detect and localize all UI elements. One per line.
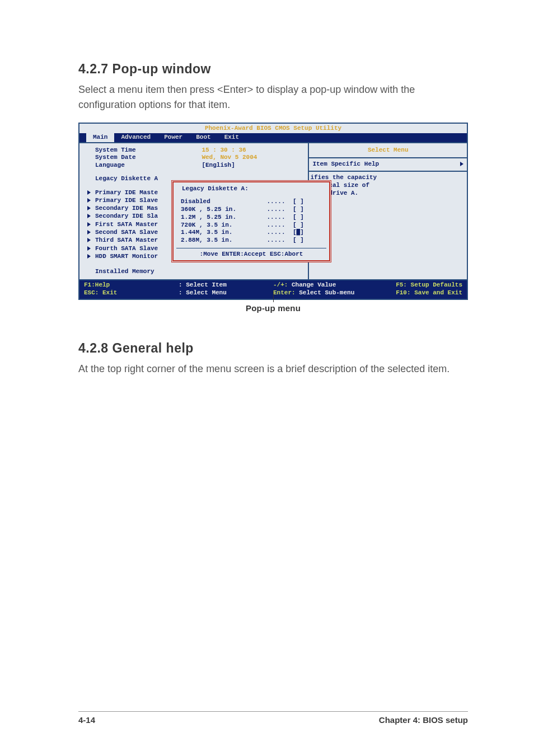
system-time-value: 15 : 30 : 36 — [202, 147, 302, 154]
section-4-2-8-paragraph: At the top right corner of the menu scre… — [78, 361, 468, 377]
tab-boot[interactable]: Boot — [189, 133, 217, 142]
installed-memory[interactable]: Installed Memory — [79, 268, 308, 276]
opt-label: 720K , 3.5 in. — [181, 222, 259, 229]
bios-menubar[interactable]: Main Advanced Power Boot Exit — [79, 133, 467, 142]
system-time-label: System Time — [95, 147, 202, 154]
footer-select-item: : Select Item — [179, 281, 273, 289]
opt-dots: ..... — [259, 237, 293, 245]
section-4-2-7-heading: 4.2.7 Pop-up window — [78, 62, 468, 77]
popup-option-disabled[interactable]: Disabled ..... [ ] — [181, 198, 324, 206]
footer-f1-help: F1:Help — [84, 281, 179, 289]
section-4-2-7-paragraph: Select a menu item then press <Enter> to… — [78, 82, 468, 112]
opt-label: Disabled — [181, 198, 259, 206]
language-value: [English] — [202, 162, 302, 170]
footer-f5-defaults: F5: Setup Defaults — [368, 281, 462, 289]
footer-esc-exit: ESC: Exit — [84, 289, 179, 297]
item-specific-help-header: Item Specific Help — [309, 158, 467, 172]
opt-bracket: [ ] — [293, 237, 315, 245]
opt-bracket: [ ] — [293, 222, 315, 229]
opt-label: 360K , 5.25 in. — [181, 206, 259, 214]
opt-bracket: [ ] — [293, 214, 315, 222]
popup-legacy-diskette[interactable]: Legacy Diskette A: Disabled ..... [ ] 36… — [171, 180, 331, 262]
opt-bracket: [ ] — [293, 206, 315, 214]
footer-change-value: -/+: Change Value — [273, 281, 368, 289]
chevron-right-icon — [459, 161, 463, 168]
opt-dots: ..... — [259, 214, 293, 222]
opt-label: 1.44M, 3.5 in. — [181, 229, 259, 237]
popup-option-1-44m[interactable]: 1.44M, 3.5 in. ..... [█] — [181, 229, 324, 237]
popup-caption: Pop-up menu — [78, 303, 468, 313]
bios-right-pane: Select Menu Item Specific Help ifies the… — [309, 143, 467, 279]
opt-label: 2.88M, 3.5 in. — [181, 237, 259, 245]
popup-option-2-88m[interactable]: 2.88M, 3.5 in. ..... [ ] — [181, 237, 324, 245]
hdd-smart-label: HDD SMART Monitor — [95, 253, 158, 260]
help-line-3: ette drive A. — [310, 190, 463, 198]
system-date-label: System Date — [95, 154, 202, 162]
popup-title: Legacy Diskette A: — [182, 185, 324, 193]
chapter-title: Chapter 4: BIOS setup — [379, 715, 468, 725]
popup-keyhint: :Move ENTER:Accept ESC:Abort — [179, 251, 324, 259]
popup-option-360k[interactable]: 360K , 5.25 in. ..... [ ] — [181, 206, 324, 214]
footer-f10-save: F10: Save and Exit — [368, 289, 462, 297]
tab-advanced[interactable]: Advanced — [114, 133, 157, 142]
help-text: ifies the capacity physical size of ette… — [309, 172, 467, 279]
row-system-time[interactable]: System Time 15 : 30 : 36 — [79, 147, 308, 154]
tab-exit[interactable]: Exit — [218, 133, 246, 142]
system-date-value: Wed, Nov 5 2004 — [202, 154, 302, 162]
opt-label: 1.2M , 5.25 in. — [181, 214, 259, 222]
bios-title: Phoenix-Award BIOS CMOS Setup Utility — [79, 124, 467, 133]
opt-dots: ..... — [259, 206, 293, 214]
help-line-2: physical size of — [310, 182, 463, 190]
tab-power[interactable]: Power — [157, 133, 189, 142]
help-line-1: ifies the capacity — [310, 174, 463, 182]
footer-select-menu: : Select Menu — [179, 289, 273, 297]
bios-left-pane: System Time 15 : 30 : 36 System Date Wed… — [79, 143, 309, 279]
page-footer: 4-14 Chapter 4: BIOS setup — [0, 711, 534, 725]
opt-dots: ..... — [259, 222, 293, 229]
item-help-label: Item Specific Help — [312, 161, 379, 168]
footer-select-submenu: Enter: Select Sub-menu — [273, 289, 368, 297]
section-4-2-8-heading: 4.2.8 General help — [78, 341, 468, 356]
opt-dots: ..... — [259, 229, 293, 237]
popup-option-720k[interactable]: 720K , 3.5 in. ..... [ ] — [181, 222, 324, 229]
language-label: Language — [95, 162, 202, 170]
popup-option-1-2m[interactable]: 1.2M , 5.25 in. ..... [ ] — [181, 214, 324, 222]
opt-bracket: [ ] — [293, 198, 315, 206]
bios-window: Phoenix-Award BIOS CMOS Setup Utility Ma… — [78, 123, 468, 300]
tab-main[interactable]: Main — [86, 133, 114, 142]
row-language[interactable]: Language [English] — [79, 162, 308, 170]
opt-dots: ..... — [259, 198, 293, 206]
opt-bracket: [█] — [293, 229, 315, 237]
select-menu-header: Select Menu — [309, 143, 467, 159]
page-number: 4-14 — [78, 715, 95, 725]
row-system-date[interactable]: System Date Wed, Nov 5 2004 — [79, 154, 308, 162]
